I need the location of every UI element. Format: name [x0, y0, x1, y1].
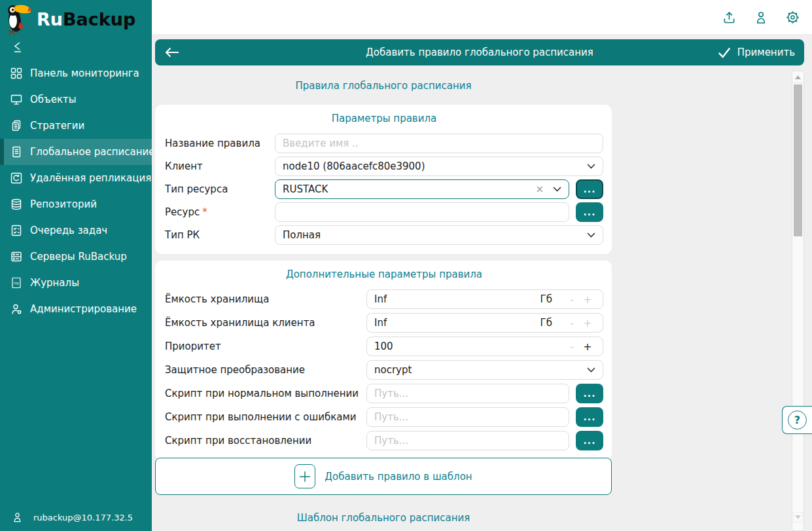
sidebar-item-remote-replication[interactable]: Удалённая репликация — [0, 165, 152, 191]
field-row-priority: Приоритет 100 - + — [165, 337, 603, 356]
required-asterisk: * — [202, 206, 207, 218]
increment-button[interactable]: + — [580, 293, 595, 306]
sidebar-item-journals[interactable]: log Журналы — [0, 270, 152, 296]
help-button[interactable]: ? — [782, 406, 812, 434]
script-restore-input[interactable] — [366, 431, 569, 450]
sidebar-item-administration[interactable]: Администрирование — [0, 296, 152, 322]
sidebar: RuBackup Панель мониторинга Объекты — [0, 0, 152, 531]
field-label: Клиент — [165, 160, 275, 172]
servers-icon — [10, 250, 23, 263]
dashboard-icon — [10, 67, 23, 80]
chevron-down-icon — [553, 187, 561, 192]
decrement-button[interactable]: - — [564, 317, 580, 329]
field-row-client-storage-capacity: Ёмкость хранилища клиента Inf Гб - + — [165, 313, 603, 333]
backup-type-select[interactable]: Полная — [275, 225, 603, 245]
upload-button[interactable] — [722, 10, 737, 25]
triangle-up-icon — [795, 75, 801, 79]
unit-label: Гб — [540, 293, 552, 305]
field-label: Ёмкость хранилища — [165, 293, 366, 305]
app-window: RuBackup Панель мониторинга Объекты — [0, 0, 812, 531]
apply-label: Применить — [737, 46, 795, 58]
card-title: Параметры правила — [165, 113, 603, 126]
sidebar-item-label: Панель мониторинга — [30, 67, 139, 79]
back-button[interactable] — [164, 46, 180, 58]
field-label: Название правила — [165, 137, 275, 149]
backup-type-value: Полная — [283, 229, 587, 241]
section-title: Правила глобального расписания — [155, 80, 612, 92]
sidebar-item-task-queue[interactable]: Очередь задач — [0, 217, 152, 244]
page-title: Добавить правило глобального расписания — [155, 46, 804, 58]
clear-icon[interactable]: × — [535, 183, 544, 195]
sidebar-item-label: Удалённая репликация — [30, 172, 151, 184]
field-row-backup-type: Тип РК Полная — [165, 225, 603, 245]
field-label: Тип ресурса — [165, 183, 275, 195]
sidebar-item-label: Глобальное расписание — [30, 146, 155, 158]
additional-params-card: Дополнительные параметры правила Ёмкость… — [155, 261, 612, 460]
chevron-down-icon — [587, 367, 595, 373]
add-rule-label: Добавить правило в шаблон — [325, 471, 472, 483]
field-label: Скрипт при нормальном выполнении — [165, 388, 366, 399]
session-label: rubackup@10.177.32.5 — [33, 513, 133, 522]
collapse-sidebar-button[interactable] — [0, 35, 152, 59]
global-schedule-icon — [10, 145, 23, 158]
rule-name-input[interactable] — [275, 134, 603, 153]
remote-replication-icon — [10, 172, 23, 185]
script-error-browse-button[interactable]: ... — [576, 407, 603, 427]
client-select-value: node10 (806aacefc80e3900) — [283, 160, 587, 172]
script-normal-browse-button[interactable]: ... — [576, 384, 603, 403]
scrollbar-down-button[interactable] — [793, 512, 803, 522]
resource-type-browse-button[interactable]: ... — [576, 179, 603, 199]
sidebar-item-repository[interactable]: Репозиторий — [0, 191, 152, 217]
priority-spinner[interactable]: 100 - + — [366, 337, 603, 356]
strategies-icon — [10, 119, 23, 132]
sidebar-item-servers[interactable]: Серверы RuBackup — [0, 244, 152, 270]
script-error-input[interactable] — [366, 407, 569, 427]
increment-button[interactable]: + — [580, 340, 595, 353]
sidebar-item-label: Серверы RuBackup — [30, 251, 127, 263]
increment-button[interactable]: + — [580, 317, 595, 329]
add-rule-to-template-button[interactable]: Добавить правило в шаблон — [155, 458, 612, 495]
client-select[interactable]: node10 (806aacefc80e3900) — [275, 156, 603, 176]
administration-icon — [10, 302, 23, 316]
field-row-resource-type: Тип ресурса RUSTACK × ... — [165, 179, 603, 199]
page-header: Добавить правило глобального расписания … — [155, 39, 804, 65]
topbar — [152, 0, 812, 34]
decrement-button[interactable]: - — [564, 340, 580, 353]
apply-button[interactable]: Применить — [717, 46, 795, 59]
scrollbar-thumb[interactable] — [794, 84, 802, 236]
settings-button[interactable] — [785, 10, 800, 25]
resource-browse-button[interactable]: ... — [576, 202, 603, 222]
script-restore-browse-button[interactable]: ... — [576, 431, 603, 450]
objects-icon — [10, 93, 23, 106]
logo: RuBackup — [0, 0, 152, 35]
plus-icon — [299, 471, 311, 483]
decrement-button[interactable]: - — [564, 293, 580, 306]
field-row-rule-name: Название правила — [165, 134, 603, 153]
chevron-down-icon — [587, 164, 595, 169]
scrollbar-up-button[interactable] — [792, 71, 803, 83]
storage-capacity-spinner[interactable]: Inf Гб - + — [366, 289, 603, 309]
resource-input[interactable] — [275, 202, 569, 222]
profile-button[interactable] — [754, 10, 768, 25]
sidebar-item-strategies[interactable]: Стратегии — [0, 113, 152, 139]
field-row-script-restore: Скрипт при восстановлении ... — [165, 431, 603, 450]
sidebar-item-dashboard[interactable]: Панель мониторинга — [0, 60, 152, 86]
script-normal-input[interactable] — [366, 384, 569, 403]
crypto-select[interactable]: nocrypt — [366, 360, 603, 380]
sidebar-item-objects[interactable]: Объекты — [0, 86, 152, 113]
field-row-client: Клиент node10 (806aacefc80e3900) — [165, 156, 603, 176]
sidebar-item-label: Очередь задач — [30, 225, 107, 236]
settings-icon — [785, 10, 800, 25]
field-row-script-error: Скрипт при выполнении с ошибками ... — [165, 407, 603, 427]
crypto-value: nocrypt — [374, 364, 587, 376]
client-storage-capacity-value: Inf — [374, 317, 540, 329]
scrollbar[interactable] — [792, 71, 804, 531]
client-storage-capacity-spinner[interactable]: Inf Гб - + — [366, 313, 603, 333]
toucan-logo-icon — [5, 3, 33, 35]
field-label: Ёмкость хранилища клиента — [165, 317, 366, 329]
journals-icon: log — [10, 276, 23, 289]
sidebar-item-global-schedule[interactable]: Глобальное расписание — [0, 139, 152, 165]
field-row-resource: Ресурс* ... — [165, 202, 603, 222]
main-content: Добавить правило глобального расписания … — [152, 34, 812, 531]
resource-type-combo[interactable]: RUSTACK × — [275, 179, 569, 199]
